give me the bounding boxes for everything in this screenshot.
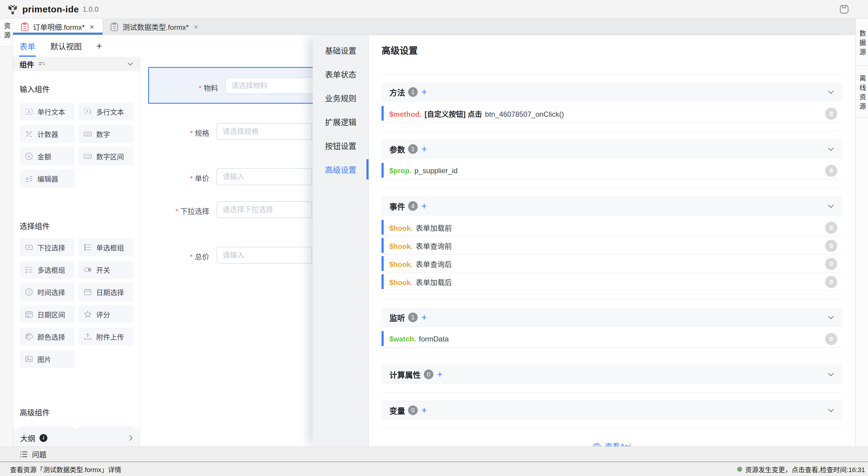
component-item[interactable]: 日期区间 [20, 305, 75, 323]
close-tab-icon[interactable]: × [193, 23, 199, 31]
field-input-material[interactable] [225, 77, 321, 94]
component-item[interactable]: 计数器 [20, 125, 75, 143]
event-item[interactable]: $hook.表单查询前 [381, 237, 842, 255]
right-rail: 数据源 离线资源 [855, 19, 868, 446]
selected-field-wrapper[interactable]: *物料 [148, 67, 314, 104]
component-item[interactable]: A 编辑器 [20, 170, 75, 188]
component-item[interactable]: 时间选择 [20, 283, 75, 301]
multi-line-text-icon: A [83, 107, 92, 116]
add-watcher-icon[interactable]: + [421, 313, 427, 322]
menu-item-form-state[interactable]: 表单状态 [313, 62, 369, 86]
component-item[interactable]: 单选框组 [79, 238, 134, 257]
datasource-rail-tab[interactable]: 数据源 [856, 19, 868, 66]
color-picker-icon [25, 332, 33, 341]
component-item[interactable]: 123 数字 [79, 125, 134, 143]
menu-item-extension-logic[interactable]: 扩展逻辑 [313, 110, 369, 133]
status-left-text[interactable]: 查看资源「测试数据类型.formx」详情 [10, 464, 121, 474]
date-picker-icon [83, 288, 92, 297]
menu-item-basic-settings[interactable]: 基础设置 [313, 38, 369, 62]
menu-item-advanced-settings[interactable]: 高级设置 [313, 157, 369, 181]
component-item[interactable]: 日期选择 [79, 283, 134, 301]
param-item[interactable]: $prop.p_supplier_id [381, 162, 842, 179]
chevron-down-icon[interactable] [828, 316, 834, 320]
method-item[interactable]: $method.[自定义按钮] 点击btn_46078507_onClick() [381, 105, 842, 122]
menu-item-business-rules[interactable]: 业务规则 [313, 86, 369, 110]
section-header-methods[interactable]: 方法 1 + [381, 83, 842, 101]
radio-group-icon [83, 243, 92, 252]
save-layout-icon[interactable] [839, 4, 849, 14]
field-label: *总价 [140, 251, 209, 262]
outline-toggle[interactable]: 大纲 i [13, 429, 140, 446]
required-asterisk: * [199, 84, 202, 92]
add-event-icon[interactable]: + [421, 201, 427, 211]
event-item[interactable]: $hook.表单查询后 [381, 256, 842, 273]
section-header-events[interactable]: 事件 4 + [381, 197, 842, 215]
field-label: *规格 [140, 127, 209, 138]
component-item[interactable]: 1~3 数字区间 [79, 147, 134, 165]
section-header-params[interactable]: 参数 1 + [381, 140, 842, 158]
chevron-down-icon[interactable] [127, 62, 133, 66]
resources-rail-tab[interactable]: 资源 [0, 19, 13, 47]
add-param-icon[interactable]: + [421, 144, 427, 154]
component-item-partial[interactable] [20, 426, 75, 429]
component-item[interactable]: 开关 [79, 261, 134, 279]
file-tab-order-detail[interactable]: 订单明细.formx* × [13, 19, 102, 35]
delete-icon[interactable] [825, 333, 837, 345]
settings-title: 高级设置 [381, 43, 842, 56]
chevron-down-icon[interactable] [828, 90, 834, 94]
component-item[interactable]: 颜色选择 [20, 328, 75, 346]
event-item[interactable]: $hook.表单加载后 [381, 274, 842, 291]
field-input-spec[interactable] [217, 123, 312, 140]
tab-default-view[interactable]: 默认视图 [50, 35, 82, 57]
chevron-down-icon[interactable] [828, 373, 834, 377]
component-item-partial[interactable] [79, 426, 134, 429]
component-list-icon [38, 62, 45, 66]
problems-bar[interactable]: 问题 [0, 446, 868, 462]
close-tab-icon[interactable]: × [89, 23, 95, 31]
field-input-dropdown[interactable] [217, 201, 312, 218]
status-green-dot-icon [737, 467, 742, 472]
component-item[interactable]: 多选框组 [20, 261, 75, 279]
field-label: *物料 [149, 82, 218, 93]
info-icon: i [39, 434, 48, 442]
file-tab-test-datatypes[interactable]: 测试数据类型.formx* × [102, 19, 207, 35]
resource-change-status[interactable]: 资源发生变更，点击查看,检查时间:16:31 [737, 464, 865, 474]
delete-icon[interactable] [825, 222, 837, 234]
chevron-down-icon[interactable] [828, 147, 834, 151]
section-header-computed[interactable]: 计算属性 0 + [381, 365, 842, 384]
chevron-down-icon[interactable] [828, 204, 834, 208]
field-input-unit-price[interactable] [217, 168, 312, 185]
menu-item-button-settings[interactable]: 按钮设置 [313, 133, 369, 157]
field-input-total-price[interactable] [217, 247, 312, 264]
single-line-text-icon: A [25, 107, 33, 116]
section-header-variables[interactable]: 变量 0 + [381, 401, 842, 420]
chevron-down-icon[interactable] [828, 409, 834, 412]
component-item[interactable]: 图片 [20, 350, 75, 368]
add-view-icon[interactable]: + [96, 40, 102, 52]
component-item[interactable]: ¥ 金额 [20, 147, 75, 165]
components-list: 输入组件 A 单行文本 A 多行文本 [13, 71, 140, 429]
add-method-icon[interactable]: + [421, 87, 427, 97]
delete-icon[interactable] [825, 240, 837, 252]
section-header-watchers[interactable]: 监听 1 + [381, 308, 842, 327]
add-variable-icon[interactable]: + [421, 406, 427, 415]
component-item[interactable]: 下拉选择 [20, 238, 75, 257]
tab-form[interactable]: 表单 [19, 35, 36, 57]
component-item[interactable]: A 单行文本 [20, 102, 75, 121]
chevron-right-icon [129, 435, 133, 441]
watcher-item[interactable]: $watch.formData [381, 331, 842, 348]
delete-icon[interactable] [825, 108, 837, 120]
offline-resources-rail-tab[interactable]: 离线资源 [856, 66, 868, 118]
delete-icon[interactable] [825, 258, 837, 270]
component-item[interactable]: 评分 [79, 305, 134, 323]
event-item[interactable]: $hook.表单加载前 [381, 219, 842, 237]
component-item[interactable]: A 多行文本 [79, 102, 134, 121]
app-window: primeton-ide 1.0.0 资源 [0, 0, 868, 476]
add-computed-icon[interactable]: + [437, 369, 443, 379]
dropdown-icon [25, 243, 33, 252]
view-api-link[interactable]: 查看Api [381, 440, 842, 446]
delete-icon[interactable] [825, 276, 837, 288]
component-item[interactable]: 附件上传 [79, 328, 134, 346]
delete-icon[interactable] [825, 165, 837, 177]
components-panel-header[interactable]: 组件 [13, 57, 140, 71]
